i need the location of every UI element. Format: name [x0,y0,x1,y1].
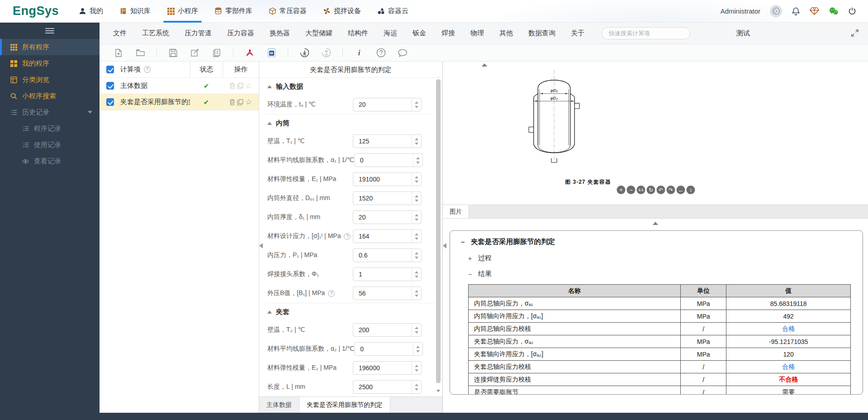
menu-item-storage-tank[interactable]: 大型储罐 [305,29,332,38]
zoom-out-button[interactable]: − [627,186,636,194]
spinner[interactable] [412,381,421,393]
quick-search-input[interactable] [602,27,690,39]
menu-item-physics[interactable]: 物理 [470,29,484,38]
section-jacket[interactable]: 夹套 [267,303,422,320]
avatar[interactable] [770,5,782,17]
favorite-star-icon[interactable]: ☆ [245,82,252,90]
row-checkbox[interactable] [106,98,114,106]
delete-icon[interactable] [229,82,235,89]
menu-item-sheet-metal[interactable]: 钣金 [413,29,426,38]
rotate-left-button[interactable]: ↶ [657,186,665,194]
menu-item-marine[interactable]: 海运 [384,29,397,38]
outer-diameter-input[interactable] [353,192,408,205]
duplicate-icon[interactable] [237,83,243,89]
wechat-icon[interactable] [829,7,839,15]
info-button[interactable]: i [354,48,365,58]
open-folder-button[interactable] [135,48,146,58]
section-inner-shell[interactable]: 内筒 [267,115,422,132]
comment-button[interactable] [397,48,408,58]
edit-button[interactable] [190,48,200,58]
new-file-button[interactable] [113,48,124,58]
shell-thickness-input[interactable] [353,211,408,224]
rotate-right-button[interactable]: ↷ [667,186,675,194]
nav-item-parts[interactable]: 零部件库 [214,0,252,23]
sidebar-item-history[interactable]: 历史记录 [0,104,100,120]
results-result-row[interactable]: − 结果 [468,270,853,278]
length-input[interactable] [353,381,408,393]
power-icon[interactable] [848,7,856,15]
collapse-up-icon[interactable] [653,222,658,225]
select-all-checkbox[interactable] [106,66,114,73]
reset-button[interactable]: ↻ [647,186,655,194]
spinner[interactable] [412,173,421,186]
actual-size-button[interactable]: 1:1 [637,186,645,194]
menu-item-heat-exchanger[interactable]: 换热器 [270,29,290,38]
notifications-bell-icon[interactable] [792,7,800,16]
export-pdf-button[interactable] [244,48,255,58]
duplicate-icon[interactable] [237,99,243,105]
sidebar-item-all-programs[interactable]: 所有程序 [0,39,100,55]
gem-icon[interactable] [810,7,819,15]
sidebar-item-miniapp-search[interactable]: 小程序搜索 [0,88,100,104]
calc-row-jacket-expansion[interactable]: 夹套是否采用膨胀节的判定 ✔ ☆ [100,94,259,110]
spinner[interactable] [412,211,421,224]
collapse-up-icon[interactable] [482,63,487,67]
sidebar-item-browse-categories[interactable]: 分类浏览 [0,72,100,88]
spinner[interactable] [412,287,421,300]
upload-button[interactable] [321,48,332,58]
menu-item-other[interactable]: 其他 [499,29,513,38]
wall-temp-1-input[interactable] [353,135,408,148]
download-button[interactable] [299,48,310,58]
zoom-in-button[interactable]: + [617,186,626,194]
menu-item-structure[interactable]: 结构件 [348,29,368,38]
sidebar-item-my-programs[interactable]: 我的程序 [0,55,100,72]
weld-coef-input[interactable] [353,268,408,281]
spinner[interactable] [412,249,421,262]
elastic-modulus-1-input[interactable] [353,173,408,186]
scrollbar-down-arrow[interactable] [436,390,440,392]
fullscreen-icon[interactable] [851,29,860,38]
collapse-panel-left-icon[interactable] [259,239,264,253]
tab-image[interactable]: 图片 [443,205,469,218]
sidebar-item-usage-records[interactable]: 使用记录 [0,137,100,153]
spinner[interactable] [412,268,421,281]
export-word-button[interactable]: W [266,48,277,58]
row-checkbox[interactable] [106,82,114,90]
menu-item-file[interactable]: 文件 [113,29,127,38]
results-process-row[interactable]: + 过程 [468,254,853,262]
favorite-star-icon[interactable]: ☆ [245,98,252,106]
nav-item-vessel-cloud[interactable]: 容器云 [377,0,408,23]
flip-vertical-button[interactable]: ↕ [687,186,695,194]
sidebar-item-program-records[interactable]: 程序记录 [0,120,100,137]
spinner[interactable] [413,154,422,167]
section-input-data[interactable]: 输入数据 [267,78,422,95]
help-icon[interactable]: ? [344,233,351,240]
nav-item-knowledge[interactable]: 知识库 [119,0,151,23]
sidebar-collapse-button[interactable] [0,23,100,39]
collapse-panel-left-icon[interactable] [443,239,447,253]
spinner[interactable] [412,324,421,336]
save-button[interactable] [168,48,179,58]
spinner[interactable] [412,362,421,374]
wall-temp-2-input[interactable] [353,324,408,336]
menu-item-welding[interactable]: 焊接 [441,29,455,38]
nav-item-atm-vessel[interactable]: 常压容器 [269,0,307,23]
tab-main-data[interactable]: 主体数据 [259,397,299,413]
expansion-coef-1-input[interactable] [355,154,410,167]
nav-item-mine[interactable]: 我的 [79,0,103,23]
help-icon[interactable]: ? [328,290,335,297]
external-b-value-input[interactable] [353,287,408,300]
delete-icon[interactable] [229,99,235,105]
nav-item-agitator[interactable]: 搅拌设备 [323,0,361,23]
menu-item-pressure-piping[interactable]: 压力管道 [185,29,212,38]
current-user[interactable]: Administrator [721,7,760,15]
spinner[interactable] [412,98,421,111]
elastic-modulus-2-input[interactable] [353,362,408,374]
sidebar-item-view-records[interactable]: 查看记录 [0,153,100,169]
menu-item-data-query[interactable]: 数据查询 [528,29,555,38]
design-stress-input[interactable] [353,230,408,243]
flip-horizontal-button[interactable]: ↔ [677,186,685,194]
ambient-temp-input[interactable] [353,98,408,111]
spinner[interactable] [412,230,421,243]
spinner[interactable] [413,343,422,355]
